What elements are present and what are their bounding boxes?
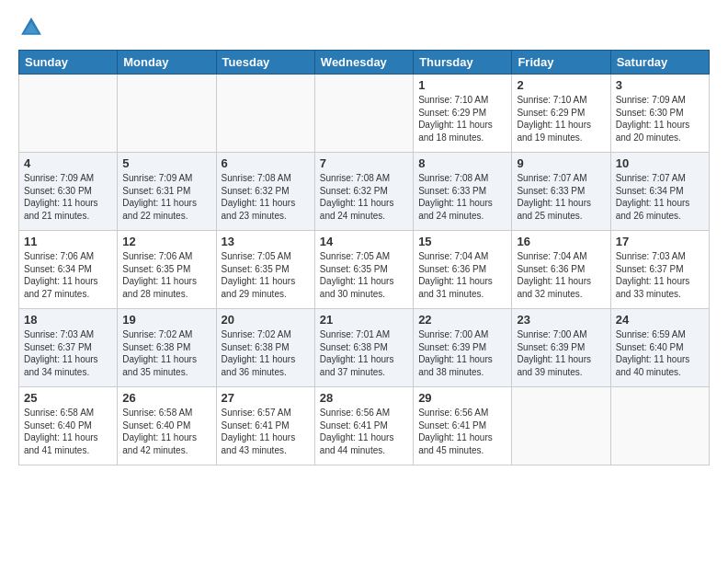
- day-number: 28: [320, 391, 408, 405]
- cell-info: Sunrise: 7:10 AM Sunset: 6:29 PM Dayligh…: [418, 94, 506, 144]
- cell-info: Sunrise: 7:02 AM Sunset: 6:38 PM Dayligh…: [222, 328, 310, 378]
- day-number: 12: [122, 235, 210, 248]
- calendar-cell: 19Sunrise: 7:02 AM Sunset: 6:38 PM Dayli…: [118, 309, 216, 387]
- cell-info: Sunrise: 7:05 AM Sunset: 6:35 PM Dayligh…: [320, 250, 408, 300]
- calendar-cell: 16Sunrise: 7:04 AM Sunset: 6:36 PM Dayli…: [512, 231, 610, 309]
- calendar-cell: 4Sunrise: 7:09 AM Sunset: 6:30 PM Daylig…: [19, 153, 118, 231]
- calendar-cell: 25Sunrise: 6:58 AM Sunset: 6:40 PM Dayli…: [19, 387, 118, 465]
- calendar-cell: 22Sunrise: 7:00 AM Sunset: 6:39 PM Dayli…: [414, 309, 512, 387]
- calendar-cell: 20Sunrise: 7:02 AM Sunset: 6:38 PM Dayli…: [216, 309, 314, 387]
- day-number: 11: [24, 235, 112, 248]
- calendar-cell: 11Sunrise: 7:06 AM Sunset: 6:34 PM Dayli…: [19, 231, 118, 309]
- day-number: 23: [517, 313, 605, 327]
- calendar-cell: 23Sunrise: 7:00 AM Sunset: 6:39 PM Dayli…: [512, 309, 610, 387]
- calendar-cell: 26Sunrise: 6:58 AM Sunset: 6:40 PM Dayli…: [118, 387, 216, 465]
- cell-info: Sunrise: 7:10 AM Sunset: 6:29 PM Dayligh…: [517, 94, 605, 144]
- calendar-cell: 18Sunrise: 7:03 AM Sunset: 6:37 PM Dayli…: [19, 309, 118, 387]
- cell-info: Sunrise: 7:08 AM Sunset: 6:32 PM Dayligh…: [320, 172, 408, 222]
- cell-info: Sunrise: 7:08 AM Sunset: 6:32 PM Dayligh…: [222, 172, 310, 222]
- day-number: 8: [418, 156, 506, 170]
- calendar-cell: [512, 387, 610, 465]
- week-row-2: 4Sunrise: 7:09 AM Sunset: 6:30 PM Daylig…: [19, 153, 710, 231]
- day-number: 24: [616, 313, 704, 327]
- weekday-header-row: SundayMondayTuesdayWednesdayThursdayFrid…: [19, 51, 710, 75]
- calendar-cell: [216, 75, 314, 153]
- header: [18, 15, 710, 40]
- cell-info: Sunrise: 7:06 AM Sunset: 6:35 PM Dayligh…: [122, 250, 210, 300]
- calendar-cell: 3Sunrise: 7:09 AM Sunset: 6:30 PM Daylig…: [610, 75, 709, 153]
- week-row-4: 18Sunrise: 7:03 AM Sunset: 6:37 PM Dayli…: [19, 309, 710, 387]
- day-number: 20: [222, 313, 310, 327]
- cell-info: Sunrise: 7:07 AM Sunset: 6:34 PM Dayligh…: [616, 172, 704, 222]
- weekday-saturday: Saturday: [610, 51, 709, 75]
- calendar-cell: 12Sunrise: 7:06 AM Sunset: 6:35 PM Dayli…: [118, 231, 216, 309]
- weekday-thursday: Thursday: [414, 51, 512, 75]
- calendar-cell: 27Sunrise: 6:57 AM Sunset: 6:41 PM Dayli…: [216, 387, 314, 465]
- day-number: 3: [616, 78, 704, 92]
- calendar-cell: 13Sunrise: 7:05 AM Sunset: 6:35 PM Dayli…: [216, 231, 314, 309]
- cell-info: Sunrise: 7:07 AM Sunset: 6:33 PM Dayligh…: [517, 172, 605, 222]
- calendar-cell: 15Sunrise: 7:04 AM Sunset: 6:36 PM Dayli…: [414, 231, 512, 309]
- day-number: 22: [418, 313, 506, 327]
- calendar-cell: 6Sunrise: 7:08 AM Sunset: 6:32 PM Daylig…: [216, 153, 314, 231]
- day-number: 18: [24, 313, 112, 327]
- cell-info: Sunrise: 7:05 AM Sunset: 6:35 PM Dayligh…: [222, 250, 310, 300]
- calendar-cell: 14Sunrise: 7:05 AM Sunset: 6:35 PM Dayli…: [314, 231, 413, 309]
- calendar-cell: 24Sunrise: 6:59 AM Sunset: 6:40 PM Dayli…: [610, 309, 709, 387]
- calendar-cell: 29Sunrise: 6:56 AM Sunset: 6:41 PM Dayli…: [414, 387, 512, 465]
- calendar-cell: [118, 75, 216, 153]
- day-number: 21: [320, 313, 408, 327]
- calendar-cell: 9Sunrise: 7:07 AM Sunset: 6:33 PM Daylig…: [512, 153, 610, 231]
- day-number: 13: [222, 235, 310, 248]
- day-number: 6: [222, 156, 310, 170]
- day-number: 26: [122, 391, 210, 405]
- weekday-wednesday: Wednesday: [314, 51, 413, 75]
- cell-info: Sunrise: 7:02 AM Sunset: 6:38 PM Dayligh…: [122, 328, 210, 378]
- day-number: 10: [616, 156, 704, 170]
- day-number: 2: [517, 78, 605, 92]
- day-number: 14: [320, 235, 408, 248]
- calendar: SundayMondayTuesdayWednesdayThursdayFrid…: [18, 50, 710, 465]
- cell-info: Sunrise: 6:57 AM Sunset: 6:41 PM Dayligh…: [222, 407, 310, 456]
- cell-info: Sunrise: 6:58 AM Sunset: 6:40 PM Dayligh…: [24, 407, 112, 456]
- cell-info: Sunrise: 7:04 AM Sunset: 6:36 PM Dayligh…: [517, 250, 605, 300]
- day-number: 19: [122, 313, 210, 327]
- weekday-sunday: Sunday: [19, 51, 118, 75]
- calendar-cell: 17Sunrise: 7:03 AM Sunset: 6:37 PM Dayli…: [610, 231, 709, 309]
- cell-info: Sunrise: 7:09 AM Sunset: 6:30 PM Dayligh…: [616, 94, 704, 144]
- cell-info: Sunrise: 7:04 AM Sunset: 6:36 PM Dayligh…: [418, 250, 506, 300]
- calendar-cell: 28Sunrise: 6:56 AM Sunset: 6:41 PM Dayli…: [314, 387, 413, 465]
- weekday-friday: Friday: [512, 51, 610, 75]
- cell-info: Sunrise: 7:01 AM Sunset: 6:38 PM Dayligh…: [320, 328, 408, 378]
- calendar-cell: [314, 75, 413, 153]
- calendar-cell: 21Sunrise: 7:01 AM Sunset: 6:38 PM Dayli…: [314, 309, 413, 387]
- weekday-tuesday: Tuesday: [216, 51, 314, 75]
- week-row-3: 11Sunrise: 7:06 AM Sunset: 6:34 PM Dayli…: [19, 231, 710, 309]
- day-number: 16: [517, 235, 605, 248]
- cell-info: Sunrise: 6:59 AM Sunset: 6:40 PM Dayligh…: [616, 328, 704, 378]
- day-number: 9: [517, 156, 605, 170]
- week-row-1: 1Sunrise: 7:10 AM Sunset: 6:29 PM Daylig…: [19, 75, 710, 153]
- cell-info: Sunrise: 7:08 AM Sunset: 6:33 PM Dayligh…: [418, 172, 506, 222]
- cell-info: Sunrise: 7:00 AM Sunset: 6:39 PM Dayligh…: [418, 328, 506, 378]
- cell-info: Sunrise: 7:03 AM Sunset: 6:37 PM Dayligh…: [24, 328, 112, 378]
- logo: [18, 15, 48, 40]
- cell-info: Sunrise: 6:58 AM Sunset: 6:40 PM Dayligh…: [122, 407, 210, 456]
- calendar-cell: [610, 387, 709, 465]
- day-number: 25: [24, 391, 112, 405]
- day-number: 5: [122, 156, 210, 170]
- day-number: 17: [616, 235, 704, 248]
- cell-info: Sunrise: 7:09 AM Sunset: 6:30 PM Dayligh…: [24, 172, 112, 222]
- calendar-cell: 1Sunrise: 7:10 AM Sunset: 6:29 PM Daylig…: [414, 75, 512, 153]
- calendar-cell: 10Sunrise: 7:07 AM Sunset: 6:34 PM Dayli…: [610, 153, 709, 231]
- cell-info: Sunrise: 6:56 AM Sunset: 6:41 PM Dayligh…: [320, 407, 408, 456]
- cell-info: Sunrise: 6:56 AM Sunset: 6:41 PM Dayligh…: [418, 407, 506, 456]
- day-number: 27: [222, 391, 310, 405]
- calendar-cell: [19, 75, 118, 153]
- cell-info: Sunrise: 7:06 AM Sunset: 6:34 PM Dayligh…: [24, 250, 112, 300]
- week-row-5: 25Sunrise: 6:58 AM Sunset: 6:40 PM Dayli…: [19, 387, 710, 465]
- calendar-cell: 8Sunrise: 7:08 AM Sunset: 6:33 PM Daylig…: [414, 153, 512, 231]
- calendar-cell: 7Sunrise: 7:08 AM Sunset: 6:32 PM Daylig…: [314, 153, 413, 231]
- page: SundayMondayTuesdayWednesdayThursdayFrid…: [0, 0, 728, 563]
- calendar-cell: 5Sunrise: 7:09 AM Sunset: 6:31 PM Daylig…: [118, 153, 216, 231]
